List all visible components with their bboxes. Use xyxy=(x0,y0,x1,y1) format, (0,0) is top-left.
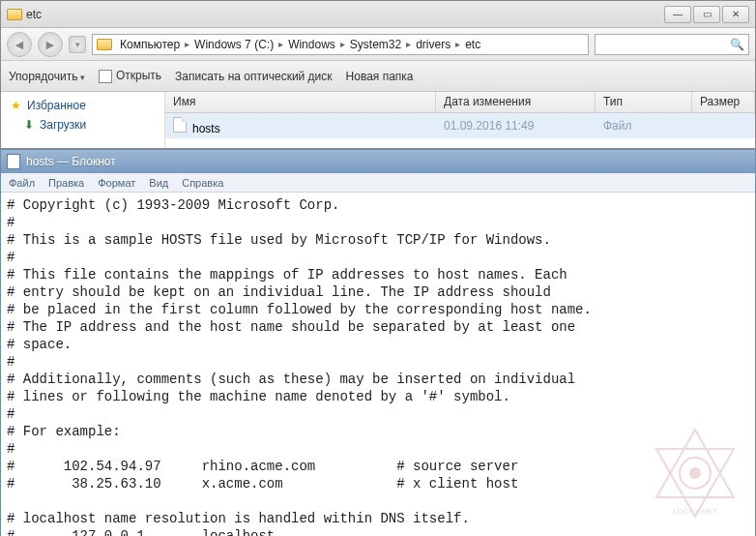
explorer-toolbar: Упорядочить Открыть Записать на оптическ… xyxy=(1,61,755,92)
checkbox-icon xyxy=(99,70,112,83)
col-size[interactable]: Размер xyxy=(692,92,755,112)
window-title: etc xyxy=(26,8,42,21)
folder-icon xyxy=(7,9,22,20)
menu-edit[interactable]: Правка xyxy=(48,177,84,189)
address-bar[interactable]: Компьютер▸ Windows 7 (C:)▸ Windows▸ Syst… xyxy=(92,34,589,55)
open-button[interactable]: Открыть xyxy=(99,69,161,83)
file-name: hosts xyxy=(192,122,220,135)
search-input[interactable]: 🔍 xyxy=(595,34,749,55)
chevron-right-icon: ▸ xyxy=(278,39,283,49)
notepad-menubar: Файл Правка Формат Вид Справка xyxy=(1,173,755,193)
col-date[interactable]: Дата изменения xyxy=(436,92,596,112)
notepad-icon xyxy=(7,154,20,169)
breadcrumb-item[interactable]: Windows 7 (C:) xyxy=(192,38,276,51)
maximize-button[interactable]: ▭ xyxy=(693,6,720,23)
folder-icon xyxy=(97,39,112,50)
breadcrumb-item[interactable]: System32 xyxy=(348,38,403,51)
chevron-right-icon: ▸ xyxy=(185,39,189,49)
search-icon: 🔍 xyxy=(730,38,744,51)
nav-row: ◄ ► ▾ Компьютер▸ Windows 7 (C:)▸ Windows… xyxy=(1,28,755,61)
explorer-window: etc — ▭ ✕ ◄ ► ▾ Компьютер▸ Windows 7 (C:… xyxy=(0,0,756,149)
chevron-right-icon: ▸ xyxy=(455,39,460,49)
download-icon: ⬇ xyxy=(24,118,34,132)
menu-file[interactable]: Файл xyxy=(9,177,35,189)
star-icon: ★ xyxy=(11,99,21,112)
minimize-button[interactable]: — xyxy=(664,6,691,23)
col-type[interactable]: Тип xyxy=(596,92,692,112)
notepad-title: hosts — Блокнот xyxy=(26,155,116,168)
chevron-right-icon: ▸ xyxy=(406,39,411,49)
burn-button[interactable]: Записать на оптический диск xyxy=(175,70,333,83)
close-button[interactable]: ✕ xyxy=(722,6,749,23)
file-icon xyxy=(173,117,187,133)
menu-format[interactable]: Формат xyxy=(98,177,135,189)
newfolder-button[interactable]: Новая папка xyxy=(346,70,414,83)
sidebar: ★Избранное ⬇Загрузки xyxy=(1,92,165,148)
breadcrumb-item[interactable]: Компьютер xyxy=(118,38,182,51)
explorer-titlebar[interactable]: etc — ▭ ✕ xyxy=(1,1,755,28)
notepad-window: hosts — Блокнот Файл Правка Формат Вид С… xyxy=(0,149,756,536)
notepad-textarea[interactable]: # Copyright (c) 1993-2009 Microsoft Corp… xyxy=(1,193,755,536)
organize-button[interactable]: Упорядочить xyxy=(9,70,85,83)
history-dropdown[interactable]: ▾ xyxy=(69,36,86,53)
menu-view[interactable]: Вид xyxy=(149,177,168,189)
breadcrumb-item[interactable]: etc xyxy=(463,38,482,51)
back-button[interactable]: ◄ xyxy=(7,32,32,57)
file-date: 01.09.2016 11:49 xyxy=(436,119,596,133)
breadcrumb-item[interactable]: drivers xyxy=(414,38,452,51)
explorer-body: ★Избранное ⬇Загрузки Имя Дата изменения … xyxy=(1,92,755,148)
file-type: Файл xyxy=(596,119,692,133)
menu-help[interactable]: Справка xyxy=(182,177,223,189)
notepad-titlebar[interactable]: hosts — Блокнот xyxy=(1,150,755,173)
forward-button[interactable]: ► xyxy=(38,32,63,57)
breadcrumb-item[interactable]: Windows xyxy=(286,38,337,51)
sidebar-favorites[interactable]: ★Избранное xyxy=(9,96,157,115)
file-list: Имя Дата изменения Тип Размер hosts 01.0… xyxy=(165,92,755,148)
sidebar-downloads[interactable]: ⬇Загрузки xyxy=(9,115,157,134)
file-row[interactable]: hosts 01.09.2016 11:49 Файл xyxy=(165,113,755,138)
chevron-right-icon: ▸ xyxy=(340,39,345,49)
col-name[interactable]: Имя xyxy=(165,92,436,112)
column-headers: Имя Дата изменения Тип Размер xyxy=(165,92,755,113)
